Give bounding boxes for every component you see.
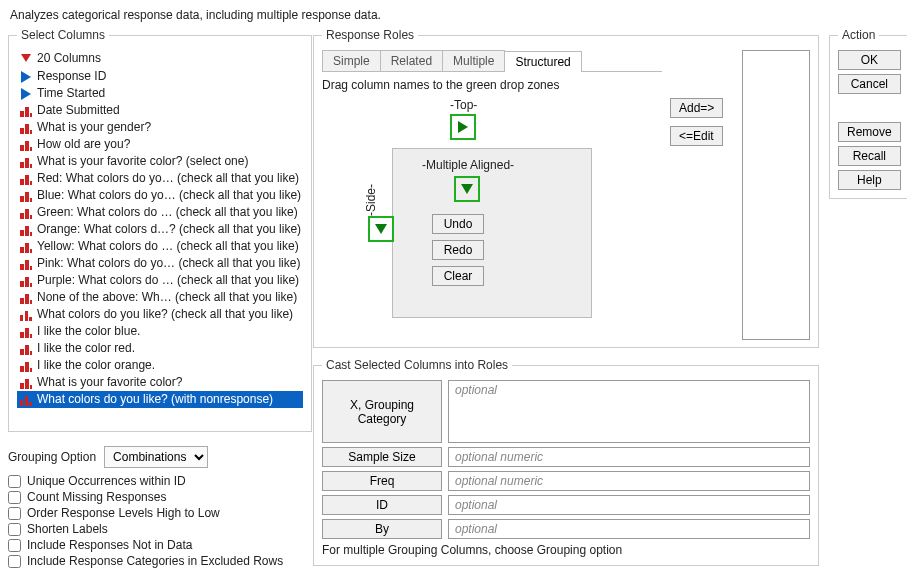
column-item[interactable]: I like the color red. xyxy=(17,340,303,357)
edit-button[interactable]: <=Edit xyxy=(670,126,723,146)
column-item[interactable]: What is your favorite color? (select one… xyxy=(17,153,303,170)
tab-related[interactable]: Related xyxy=(380,50,443,71)
cast-role-field[interactable]: optional numeric xyxy=(448,447,810,467)
undo-button[interactable]: Undo xyxy=(432,214,484,234)
nominal-icon xyxy=(19,274,33,288)
grouping-checkbox-row[interactable]: Include Responses Not in Data xyxy=(8,538,303,552)
column-item[interactable]: What is your favorite color? xyxy=(17,374,303,391)
tab-simple[interactable]: Simple xyxy=(322,50,381,71)
column-item-label: What colors do you like? (check all that… xyxy=(37,306,293,323)
nominal-icon xyxy=(19,138,33,152)
grouping-checkbox-label: Count Missing Responses xyxy=(27,490,166,504)
cast-role-button[interactable]: ID xyxy=(322,495,442,515)
cast-role-button[interactable]: Freq xyxy=(322,471,442,491)
tab-multiple[interactable]: Multiple xyxy=(442,50,505,71)
nominal-icon xyxy=(19,359,33,373)
redo-button[interactable]: Redo xyxy=(432,240,484,260)
columns-list[interactable]: Response IDTime StartedDate SubmittedWha… xyxy=(17,68,303,423)
select-columns-group: Select Columns 20 Columns Response IDTim… xyxy=(8,28,312,432)
nominal-icon xyxy=(19,257,33,271)
column-item[interactable]: What colors do you like? (check all that… xyxy=(17,306,303,323)
cast-role-button[interactable]: By xyxy=(322,519,442,539)
structured-layout: -Top- -Side- -Multiple Aligned- xyxy=(322,96,662,326)
cast-roles-legend: Cast Selected Columns into Roles xyxy=(322,358,512,372)
cast-role-row: X, Grouping Categoryoptional xyxy=(322,380,810,443)
add-button[interactable]: Add=> xyxy=(670,98,723,118)
column-item-label: Green: What colors do … (check all that … xyxy=(37,204,298,221)
column-item[interactable]: What colors do you like? (with nonrespon… xyxy=(17,391,303,408)
column-item-label: What is your favorite color? (select one… xyxy=(37,153,248,170)
column-item-label: What colors do you like? (with nonrespon… xyxy=(37,391,273,408)
chevron-down-icon xyxy=(460,182,474,196)
clear-button[interactable]: Clear xyxy=(432,266,484,286)
help-button[interactable]: Help xyxy=(838,170,901,190)
columns-count-label: 20 Columns xyxy=(37,51,101,65)
cast-roles-group: Cast Selected Columns into Roles X, Grou… xyxy=(313,358,819,566)
nominal-icon xyxy=(19,172,33,186)
action-legend: Action xyxy=(838,28,879,42)
column-item[interactable]: Green: What colors do … (check all that … xyxy=(17,204,303,221)
grouping-checkbox[interactable] xyxy=(8,555,21,568)
cast-role-field[interactable]: optional xyxy=(448,519,810,539)
grouping-checkbox-row[interactable]: Count Missing Responses xyxy=(8,490,303,504)
column-item[interactable]: Yellow: What colors do … (check all that… xyxy=(17,238,303,255)
recall-button[interactable]: Recall xyxy=(838,146,901,166)
grouping-checkbox[interactable] xyxy=(8,523,21,536)
cast-role-field[interactable]: optional xyxy=(448,380,810,443)
grouping-checkbox-row[interactable]: Unique Occurrences within ID xyxy=(8,474,303,488)
multiple-response-icon xyxy=(19,308,33,322)
grouping-checkbox[interactable] xyxy=(8,491,21,504)
column-item[interactable]: Date Submitted xyxy=(17,102,303,119)
response-roles-tabstrip: SimpleRelatedMultipleStructured xyxy=(322,50,662,72)
nominal-icon xyxy=(19,376,33,390)
column-item-label: I like the color blue. xyxy=(37,323,140,340)
column-item[interactable]: Red: What colors do yo… (check all that … xyxy=(17,170,303,187)
cast-role-row: Freqoptional numeric xyxy=(322,471,810,491)
column-item[interactable]: Response ID xyxy=(17,68,303,85)
column-item[interactable]: I like the color orange. xyxy=(17,357,303,374)
cancel-button[interactable]: Cancel xyxy=(838,74,901,94)
top-zone-label: -Top- xyxy=(450,98,477,112)
column-item[interactable]: Purple: What colors do … (check all that… xyxy=(17,272,303,289)
grouping-checkbox[interactable] xyxy=(8,475,21,488)
cast-role-button[interactable]: X, Grouping Category xyxy=(322,380,442,443)
grouping-checkbox[interactable] xyxy=(8,539,21,552)
cast-role-field[interactable]: optional numeric xyxy=(448,471,810,491)
multiple-aligned-drop-zone[interactable] xyxy=(454,176,480,202)
grouping-checkbox-label: Include Response Categories in Excluded … xyxy=(27,554,283,568)
column-item-label: How old are you? xyxy=(37,136,130,153)
column-item[interactable]: What is your gender? xyxy=(17,119,303,136)
tab-structured[interactable]: Structured xyxy=(504,51,581,72)
columns-count-row[interactable]: 20 Columns xyxy=(17,50,303,66)
response-roles-legend: Response Roles xyxy=(322,28,418,42)
side-drop-zone[interactable] xyxy=(368,216,394,242)
column-item[interactable]: Blue: What colors do yo… (check all that… xyxy=(17,187,303,204)
column-item[interactable]: I like the color blue. xyxy=(17,323,303,340)
column-item[interactable]: Time Started xyxy=(17,85,303,102)
grouping-checkbox-row[interactable]: Include Response Categories in Excluded … xyxy=(8,554,303,568)
nominal-icon xyxy=(19,291,33,305)
grouping-checkbox-row[interactable]: Order Response Levels High to Low xyxy=(8,506,303,520)
cast-role-field[interactable]: optional xyxy=(448,495,810,515)
column-item-label: Red: What colors do yo… (check all that … xyxy=(37,170,299,187)
grouping-option-select[interactable]: Combinations xyxy=(104,446,208,468)
column-item[interactable]: Pink: What colors do yo… (check all that… xyxy=(17,255,303,272)
nominal-icon xyxy=(19,189,33,203)
ok-button[interactable]: OK xyxy=(838,50,901,70)
assigned-roles-list[interactable] xyxy=(742,50,810,340)
nominal-icon xyxy=(19,223,33,237)
response-roles-group: Response Roles SimpleRelatedMultipleStru… xyxy=(313,28,819,348)
remove-button[interactable]: Remove xyxy=(838,122,901,142)
grouping-checkbox-row[interactable]: Shorten Labels xyxy=(8,522,303,536)
column-item-label: Time Started xyxy=(37,85,105,102)
dialog-description: Analyzes categorical response data, incl… xyxy=(10,8,899,22)
column-item[interactable]: Orange: What colors d…? (check all that … xyxy=(17,221,303,238)
cast-role-button[interactable]: Sample Size xyxy=(322,447,442,467)
grouping-checkbox[interactable] xyxy=(8,507,21,520)
chevron-down-icon xyxy=(374,222,388,236)
top-drop-zone[interactable] xyxy=(450,114,476,140)
select-columns-legend: Select Columns xyxy=(17,28,109,42)
column-item[interactable]: How old are you? xyxy=(17,136,303,153)
grouping-options: Grouping Option Combinations Unique Occu… xyxy=(8,442,303,570)
column-item[interactable]: None of the above: Wh… (check all that y… xyxy=(17,289,303,306)
